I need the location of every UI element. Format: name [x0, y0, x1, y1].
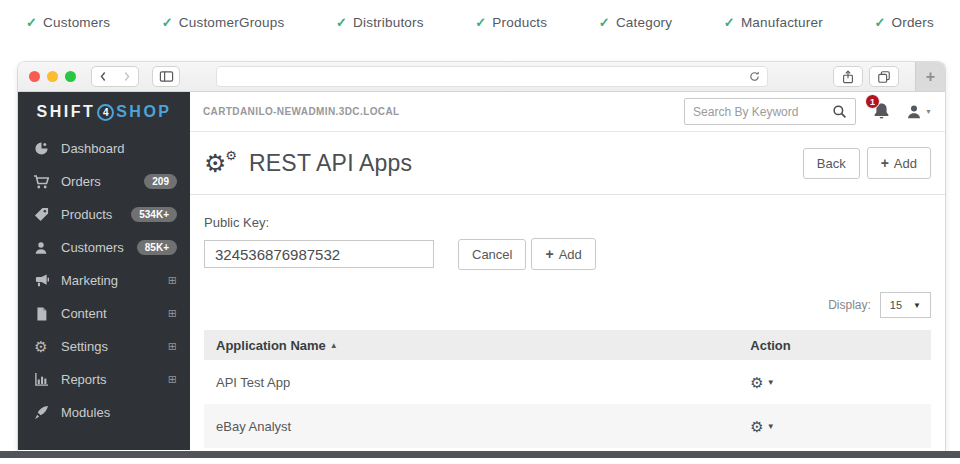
- back-button[interactable]: Back: [803, 148, 860, 179]
- page-content: Public Key: Cancel +Add Display: 15 ▼: [190, 195, 945, 450]
- admin-top-bar: CARTDANILO-NEWADMIN.3DC.LOCAL 1 ▼: [190, 92, 945, 132]
- store-domain: CARTDANILO-NEWADMIN.3DC.LOCAL: [203, 106, 400, 117]
- public-key-label: Public Key:: [204, 215, 931, 230]
- gear-icon: ⚙: [750, 375, 763, 390]
- confirm-add-button[interactable]: +Add: [531, 238, 595, 270]
- table-row: API Test App ⚙ ▼: [204, 360, 931, 404]
- sidebar-item-orders[interactable]: Orders 209: [18, 165, 190, 198]
- expand-icon[interactable]: ⊞: [168, 308, 177, 319]
- browser-window: + SHIFT4SHOP Dashboard Orders 209 Produc…: [18, 62, 945, 451]
- sidebar-item-reports[interactable]: Reports ⊞: [18, 363, 190, 396]
- public-key-input[interactable]: [204, 240, 434, 268]
- back-icon[interactable]: [92, 67, 115, 86]
- sidebar-item-products[interactable]: Products 534K+: [18, 198, 190, 231]
- checklist-item-customers: ✓Customers: [26, 15, 110, 30]
- checklist-label: Products: [492, 15, 547, 30]
- display-count-value: 15: [890, 299, 902, 311]
- logo-text-shop: SHOP: [116, 103, 171, 121]
- address-bar[interactable]: [216, 66, 768, 87]
- expand-icon[interactable]: ⊞: [168, 275, 177, 286]
- new-tab-button[interactable]: +: [915, 62, 945, 91]
- zoom-window-button[interactable]: [65, 71, 76, 82]
- rocket-icon: [32, 405, 50, 420]
- checklist-label: Distributors: [353, 15, 424, 30]
- expand-icon[interactable]: ⊞: [168, 374, 177, 385]
- add-app-button[interactable]: +Add: [867, 147, 931, 179]
- sidebar-item-label: Content: [61, 306, 168, 321]
- row-action-menu-button[interactable]: ⚙ ▼: [750, 419, 774, 434]
- nav-button-group: [91, 66, 139, 87]
- check-icon: ✓: [874, 15, 885, 30]
- sidebar-item-marketing[interactable]: Marketing ⊞: [18, 264, 190, 297]
- plus-icon: +: [881, 155, 889, 171]
- sidebar-item-content[interactable]: Content ⊞: [18, 297, 190, 330]
- checklist-item-customergroups: ✓CustomerGroups: [162, 15, 285, 30]
- sidebar-item-label: Customers: [61, 240, 137, 255]
- sidebar-item-settings[interactable]: ⚙ Settings ⊞: [18, 330, 190, 363]
- file-icon: [32, 307, 50, 321]
- checklist-item-manufacturer: ✓Manufacturer: [724, 15, 823, 30]
- sidebar-item-dashboard[interactable]: Dashboard: [18, 132, 190, 165]
- tab-overview-icon[interactable]: [869, 66, 899, 87]
- window-bottom-edge: [0, 451, 960, 458]
- search-input[interactable]: [693, 105, 832, 119]
- bar-chart-icon: [32, 372, 50, 387]
- expand-icon[interactable]: ⊞: [168, 341, 177, 352]
- display-count-row: Display: 15 ▼: [204, 292, 931, 318]
- chevron-down-icon: ▼: [767, 378, 775, 387]
- column-header-label: Application Name: [216, 338, 326, 353]
- search-icon[interactable]: [832, 104, 847, 119]
- display-count-select[interactable]: 15 ▼: [880, 292, 931, 318]
- sidebar-item-label: Dashboard: [61, 141, 177, 156]
- megaphone-icon: [32, 273, 50, 288]
- user-icon: [32, 241, 50, 255]
- minimize-window-button[interactable]: [47, 71, 58, 82]
- sidebar-item-label: Modules: [61, 405, 177, 420]
- admin-app: SHIFT4SHOP Dashboard Orders 209 Products…: [18, 92, 945, 450]
- notification-count-badge: 1: [865, 94, 880, 109]
- check-icon: ✓: [336, 15, 347, 30]
- shift4shop-logo[interactable]: SHIFT4SHOP: [18, 92, 190, 132]
- sidebar-item-label: Reports: [61, 372, 168, 387]
- close-window-button[interactable]: [29, 71, 40, 82]
- sidebar-toggle-icon[interactable]: [152, 66, 180, 87]
- public-key-form: Cancel +Add: [204, 238, 931, 270]
- row-action-menu-button[interactable]: ⚙ ▼: [750, 375, 774, 390]
- chevron-down-icon: ▼: [925, 108, 932, 115]
- logo-number-badge: 4: [97, 104, 114, 121]
- forward-icon[interactable]: [115, 67, 138, 86]
- checklist-item-distributors: ✓Distributors: [336, 15, 424, 30]
- column-header-application-name[interactable]: Application Name ▲: [216, 338, 750, 353]
- check-icon: ✓: [475, 15, 486, 30]
- sidebar-item-modules[interactable]: Modules: [18, 396, 190, 429]
- plus-icon: +: [545, 246, 553, 262]
- cancel-button-label: Cancel: [472, 247, 512, 262]
- checklist-label: Orders: [891, 15, 933, 30]
- refresh-icon[interactable]: [748, 70, 761, 83]
- back-button-label: Back: [817, 156, 846, 171]
- status-checklist: ✓Customers ✓CustomerGroups ✓Distributors…: [0, 0, 960, 44]
- page-header: ⚙⚙ REST API Apps Back +Add: [190, 132, 945, 195]
- sort-ascending-icon: ▲: [330, 341, 338, 350]
- cart-icon: [32, 174, 50, 190]
- person-icon: [906, 104, 922, 120]
- sidebar-item-label: Settings: [61, 339, 168, 354]
- checklist-item-products: ✓Products: [475, 15, 547, 30]
- sidebar-item-customers[interactable]: Customers 85K+: [18, 231, 190, 264]
- plus-icon: +: [926, 68, 935, 86]
- orders-count-badge: 209: [144, 174, 177, 189]
- app-name: API Test App: [216, 375, 290, 390]
- rest-api-cogs-icon: ⚙⚙: [204, 151, 236, 176]
- share-icon[interactable]: [833, 66, 863, 87]
- checklist-label: CustomerGroups: [179, 15, 285, 30]
- page-title: REST API Apps: [249, 150, 412, 177]
- add-button-label: Add: [894, 156, 917, 171]
- cancel-button[interactable]: Cancel: [458, 239, 526, 270]
- app-name: eBay Analyst: [216, 419, 291, 434]
- check-icon: ✓: [26, 15, 37, 30]
- notifications-button[interactable]: 1: [872, 102, 891, 121]
- account-menu-button[interactable]: ▼: [906, 104, 932, 120]
- keyword-search-box: [684, 98, 856, 125]
- check-icon: ✓: [599, 15, 610, 30]
- main-panel: CARTDANILO-NEWADMIN.3DC.LOCAL 1 ▼ ⚙⚙ RES…: [190, 92, 945, 450]
